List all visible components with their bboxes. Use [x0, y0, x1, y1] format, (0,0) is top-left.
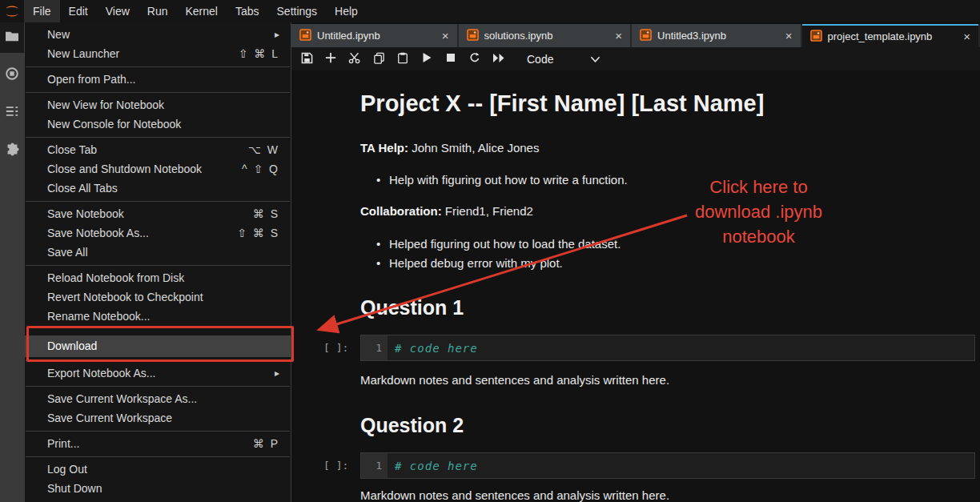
- menu-item-log-out[interactable]: Log Out: [25, 460, 291, 479]
- menu-item-reload-notebook-from-disk[interactable]: Reload Notebook from Disk: [25, 268, 291, 287]
- copy-icon: [373, 52, 385, 66]
- tab-close-icon[interactable]: ×: [784, 30, 794, 42]
- tab-solutions-ipynb[interactable]: solutions.ipynb×: [459, 24, 631, 47]
- menu-item-new-launcher[interactable]: New Launcher⇧ ⌘ L: [25, 44, 291, 63]
- annotation-line: download .ipynb: [657, 199, 861, 224]
- menu-item-save-notebook[interactable]: Save Notebook⌘ S: [25, 204, 291, 223]
- sidebar-item-file-browser[interactable]: [0, 22, 24, 53]
- menu-item-label: New Launcher: [47, 44, 119, 63]
- menubar-item-tabs[interactable]: Tabs: [227, 0, 268, 22]
- section-heading: Question 1: [360, 296, 464, 319]
- collaboration-value: Friend1, Friend2: [442, 204, 533, 218]
- menu-item-revert-notebook-to-checkpoint[interactable]: Revert Notebook to Checkpoint: [25, 287, 291, 307]
- menu-item-shortcut: ⌘ P: [253, 434, 279, 453]
- menu-item-new-console-for-notebook[interactable]: New Console for Notebook: [25, 114, 291, 134]
- tab-close-icon[interactable]: ×: [613, 30, 624, 42]
- sidebar-item-extensions[interactable]: [0, 135, 24, 166]
- fast-forward-icon: [492, 53, 505, 66]
- activity-sidebar: [0, 0, 24, 502]
- ta-help-line: TA Help: John Smith, Alice Jones: [360, 141, 539, 155]
- menu-item-shortcut: ⇧ ⌘ S: [237, 223, 279, 243]
- menu-item-label: Close All Tabs: [47, 179, 118, 198]
- cell-type-value: Code: [527, 53, 553, 66]
- restart-run-all-button[interactable]: [487, 49, 511, 70]
- cell-prompt: [ ]:: [323, 342, 348, 354]
- paste-cells-button[interactable]: [391, 49, 415, 70]
- tab-label: Untitled.ipynb: [317, 30, 435, 42]
- notebook-icon: [299, 29, 311, 43]
- menu-item-label: New View for Notebook: [47, 95, 164, 114]
- save-notebook-button[interactable]: [295, 49, 319, 70]
- run-icon: [422, 52, 432, 66]
- menu-separator: [25, 357, 291, 363]
- run-cell-button[interactable]: [415, 49, 439, 70]
- menu-item-rename-notebook[interactable]: Rename Notebook...: [25, 307, 291, 326]
- menu-item-shortcut: ⇧ ⌘ L: [239, 44, 279, 63]
- menu-item-save-notebook-as[interactable]: Save Notebook As...⇧ ⌘ S: [25, 223, 291, 243]
- menubar-item-file[interactable]: File: [24, 0, 60, 22]
- notebook-title: Project X -- [First Name] [Last Name]: [360, 90, 764, 117]
- menu-separator: [25, 134, 291, 140]
- bullet-dot: •: [376, 256, 389, 270]
- menu-item-save-current-workspace[interactable]: Save Current Workspace: [25, 408, 291, 428]
- cell-type-dropdown[interactable]: Code: [527, 53, 600, 66]
- menu-separator: [25, 198, 291, 204]
- annotation-text: Click here todownload .ipynbnotebook: [657, 175, 861, 249]
- ta-help-bullet: •Help with figuring out how to write a f…: [376, 173, 628, 187]
- menu-item-label: Revert Notebook to Checkpoint: [47, 287, 203, 307]
- bullet-dot: •: [376, 237, 389, 251]
- tab-label: project_template.ipynb: [828, 30, 957, 42]
- menu-item-shortcut: ⌥ W: [248, 140, 279, 159]
- tab-close-icon[interactable]: ×: [962, 30, 972, 42]
- plus-icon: [325, 52, 336, 66]
- copy-cells-button[interactable]: [367, 49, 391, 70]
- menubar-item-kernel[interactable]: Kernel: [176, 0, 226, 22]
- menubar-item-edit[interactable]: Edit: [60, 0, 97, 22]
- tab-label: solutions.ipynb: [484, 30, 608, 42]
- menu-item-label: Reload Notebook from Disk: [47, 268, 184, 287]
- menu-item-new-view-for-notebook[interactable]: New View for Notebook: [25, 95, 291, 114]
- restart-kernel-button[interactable]: [463, 49, 487, 70]
- cell-editor[interactable]: 1# code here: [360, 452, 975, 479]
- markdown-cell: Markdown notes and sentences and analysi…: [360, 488, 669, 502]
- line-number: 1: [361, 335, 388, 360]
- menu-item-shortcut: ^ ⇧ Q: [242, 159, 279, 179]
- menu-item-export-notebook-as[interactable]: Export Notebook As...▸: [25, 363, 291, 383]
- notebook-toolbar: Code: [291, 47, 980, 70]
- menu-item-label: Rename Notebook...: [47, 307, 150, 326]
- cut-cells-button[interactable]: [343, 49, 367, 70]
- sidebar-item-table-of-contents[interactable]: [0, 98, 24, 128]
- menu-item-close-all-tabs[interactable]: Close All Tabs: [25, 179, 291, 198]
- submenu-arrow-icon: ▸: [275, 363, 279, 383]
- sidebar-item-running-sessions[interactable]: [0, 60, 24, 90]
- menu-item-download[interactable]: Download: [25, 335, 291, 357]
- menu-item-label: Save Current Workspace: [47, 408, 172, 428]
- menu-item-close-and-shutdown-notebook[interactable]: Close and Shutdown Notebook^ ⇧ Q: [25, 159, 291, 179]
- menu-item-close-tab[interactable]: Close Tab⌥ W: [25, 140, 291, 159]
- menubar-item-view[interactable]: View: [97, 0, 139, 22]
- cell-editor[interactable]: 1# code here: [360, 335, 975, 361]
- menubar-item-run[interactable]: Run: [139, 0, 177, 22]
- menu-item-label: Log Out: [47, 460, 87, 479]
- menu-item-label: Save All: [47, 243, 88, 262]
- ta-help-value: John Smith, Alice Jones: [408, 141, 539, 155]
- annotation-line: notebook: [657, 224, 861, 249]
- menu-item-save-all[interactable]: Save All: [25, 243, 291, 262]
- menu-item-save-current-workspace-as[interactable]: Save Current Workspace As...: [25, 389, 291, 408]
- menubar-item-help[interactable]: Help: [326, 0, 367, 22]
- menu-item-new[interactable]: New▸: [25, 25, 291, 44]
- menu-item-open-from-path[interactable]: Open from Path...: [25, 70, 291, 89]
- interrupt-kernel-button[interactable]: [439, 49, 463, 70]
- menu-item-shut-down[interactable]: Shut Down: [25, 479, 291, 498]
- tab-untitled-ipynb[interactable]: Untitled.ipynb×: [291, 24, 457, 47]
- add-cell-button[interactable]: [319, 49, 343, 70]
- menu-item-print[interactable]: Print...⌘ P: [25, 434, 291, 453]
- menubar-item-settings[interactable]: Settings: [268, 0, 327, 22]
- menu-item-shortcut: ⌘ S: [253, 204, 279, 223]
- folder-icon: [5, 30, 19, 46]
- code-cell: [ ]:1# code here: [323, 335, 980, 361]
- cut-icon: [348, 52, 361, 66]
- tab-untitled3-ipynb[interactable]: Untitled3.ipynb×: [632, 24, 801, 47]
- tab-close-icon[interactable]: ×: [440, 30, 451, 42]
- tab-project-template-ipynb[interactable]: project_template.ipynb×: [802, 24, 978, 47]
